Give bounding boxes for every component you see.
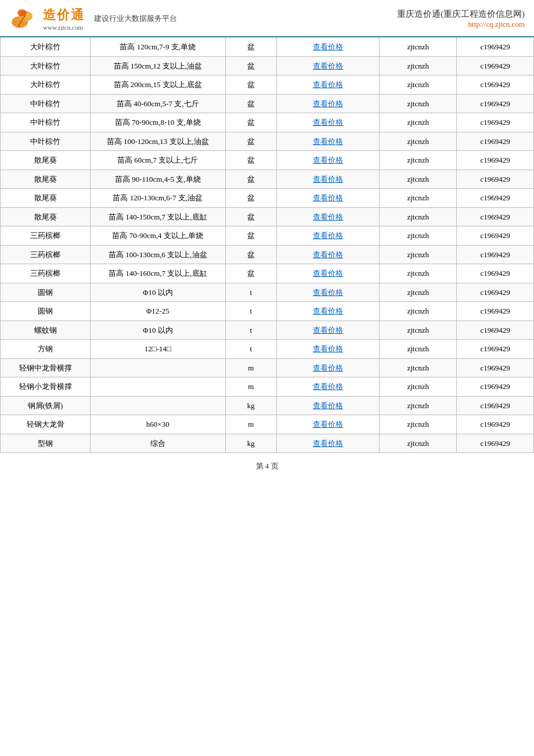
logo-section: 造价通 www.zjtcn.com 建设行业大数据服务平台 (9, 5, 177, 33)
item-user: zjtcnzh (380, 226, 457, 246)
item-user: zjtcnzh (380, 302, 457, 321)
item-unit: kg (225, 396, 277, 415)
item-price-link[interactable]: 查看价格 (277, 245, 380, 264)
table-row: 中叶棕竹苗高 70-90cm,8-10 支,单烧盆查看价格zjtcnzhc196… (1, 113, 534, 132)
item-price-link[interactable]: 查看价格 (277, 321, 380, 340)
item-price-link[interactable]: 查看价格 (277, 226, 380, 246)
item-price-link[interactable]: 查看价格 (277, 151, 380, 170)
item-spec: 12□-14□ (91, 340, 226, 359)
item-name: 圆钢 (1, 302, 91, 321)
table-row: 轻钢小龙骨横撑m查看价格zjtcnzhc1969429 (1, 377, 534, 397)
item-name: 中叶棕竹 (1, 132, 91, 151)
item-price-link[interactable]: 查看价格 (277, 415, 380, 434)
item-price-link[interactable]: 查看价格 (277, 94, 380, 113)
item-user: zjtcnzh (380, 189, 457, 208)
item-user: zjtcnzh (380, 170, 457, 189)
item-name: 散尾葵 (1, 170, 91, 189)
site-name: 重庆造价通(重庆工程造价信息网) (397, 9, 525, 20)
item-spec: 苗高 40-60cm,5-7 支,七斤 (91, 94, 226, 113)
item-user: zjtcnzh (380, 94, 457, 113)
item-unit: 盆 (225, 113, 277, 132)
item-user: zjtcnzh (380, 396, 457, 415)
item-id: c1969429 (457, 94, 534, 113)
item-id: c1969429 (457, 340, 534, 359)
table-row: 散尾葵苗高 140-150cm,7 支以上,底缸盆查看价格zjtcnzhc196… (1, 207, 534, 226)
item-unit: m (225, 358, 277, 377)
item-name: 轻钢中龙骨横撑 (1, 358, 91, 377)
item-spec: 苗高 100-130cm,6 支以上,油盆 (91, 245, 226, 264)
item-user: zjtcnzh (380, 415, 457, 434)
item-user: zjtcnzh (380, 434, 457, 453)
item-name: 钢屑(铁屑) (1, 396, 91, 415)
item-spec (91, 358, 226, 377)
item-price-link[interactable]: 查看价格 (277, 283, 380, 302)
item-price-link[interactable]: 查看价格 (277, 38, 380, 57)
item-price-link[interactable]: 查看价格 (277, 434, 380, 453)
item-name: 散尾葵 (1, 207, 91, 226)
item-user: zjtcnzh (380, 321, 457, 340)
table-row: 轻钢大龙骨h60×30m查看价格zjtcnzhc1969429 (1, 415, 534, 434)
table-row: 型钢综合kg查看价格zjtcnzhc1969429 (1, 434, 534, 453)
item-id: c1969429 (457, 302, 534, 321)
table-row: 螺蚊钢Φ10 以内t查看价格zjtcnzhc1969429 (1, 321, 534, 340)
item-spec: 苗高 70-90cm,4 支以上,单烧 (91, 226, 226, 246)
item-spec: 苗高 140-160cm,7 支以上,底缸 (91, 264, 226, 283)
item-spec: Φ10 以内 (91, 283, 226, 302)
item-user: zjtcnzh (380, 38, 457, 57)
table-row: 钢屑(铁屑)kg查看价格zjtcnzhc1969429 (1, 396, 534, 415)
item-name: 轻钢小龙骨横撑 (1, 377, 91, 397)
item-id: c1969429 (457, 358, 534, 377)
item-name: 中叶棕竹 (1, 113, 91, 132)
logo-url: www.zjtcn.com (43, 24, 85, 31)
item-unit: 盆 (225, 170, 277, 189)
table-row: 散尾葵苗高 60cm,7 支以上,七斤盆查看价格zjtcnzhc1969429 (1, 151, 534, 170)
item-name: 中叶棕竹 (1, 94, 91, 113)
item-spec: 苗高 140-150cm,7 支以上,底缸 (91, 207, 226, 226)
item-price-link[interactable]: 查看价格 (277, 207, 380, 226)
price-table: 大叶棕竹苗高 120cm,7-9 支,单烧盆查看价格zjtcnzhc196942… (0, 37, 534, 453)
table-row: 散尾葵苗高 90-110cm,4-5 支,单烧盆查看价格zjtcnzhc1969… (1, 170, 534, 189)
item-id: c1969429 (457, 56, 534, 75)
logo-text: 造价通 www.zjtcn.com (43, 6, 85, 31)
item-spec: 苗高 200cm,15 支以上,底盆 (91, 75, 226, 95)
item-unit: 盆 (225, 75, 277, 95)
item-name: 三药槟榔 (1, 245, 91, 264)
table-row: 中叶棕竹苗高 40-60cm,5-7 支,七斤盆查看价格zjtcnzhc1969… (1, 94, 534, 113)
item-price-link[interactable]: 查看价格 (277, 170, 380, 189)
item-spec: 苗高 60cm,7 支以上,七斤 (91, 151, 226, 170)
item-user: zjtcnzh (380, 358, 457, 377)
item-name: 螺蚊钢 (1, 321, 91, 340)
item-price-link[interactable]: 查看价格 (277, 56, 380, 75)
site-url: http://cq.zjtcn.com (397, 20, 525, 29)
item-name: 散尾葵 (1, 151, 91, 170)
item-price-link[interactable]: 查看价格 (277, 340, 380, 359)
item-price-link[interactable]: 查看价格 (277, 358, 380, 377)
item-id: c1969429 (457, 75, 534, 95)
item-spec: 综合 (91, 434, 226, 453)
item-unit: 盆 (225, 38, 277, 57)
item-unit: 盆 (225, 56, 277, 75)
item-user: zjtcnzh (380, 340, 457, 359)
item-spec: 苗高 150cm,12 支以上,油盆 (91, 56, 226, 75)
item-price-link[interactable]: 查看价格 (277, 75, 380, 95)
item-unit: t (225, 340, 277, 359)
item-price-link[interactable]: 查看价格 (277, 132, 380, 151)
item-price-link[interactable]: 查看价格 (277, 302, 380, 321)
item-price-link[interactable]: 查看价格 (277, 264, 380, 283)
item-id: c1969429 (457, 321, 534, 340)
item-price-link[interactable]: 查看价格 (277, 396, 380, 415)
item-user: zjtcnzh (380, 151, 457, 170)
item-unit: 盆 (225, 189, 277, 208)
table-row: 圆钢Φ10 以内t查看价格zjtcnzhc1969429 (1, 283, 534, 302)
item-price-link[interactable]: 查看价格 (277, 189, 380, 208)
item-price-link[interactable]: 查看价格 (277, 113, 380, 132)
table-row: 中叶棕竹苗高 100-120cm,13 支以上,油盆盆查看价格zjtcnzhc1… (1, 132, 534, 151)
item-price-link[interactable]: 查看价格 (277, 377, 380, 397)
page-number: 第 4 页 (256, 462, 279, 470)
item-id: c1969429 (457, 434, 534, 453)
item-spec: Φ12-25 (91, 302, 226, 321)
item-unit: 盆 (225, 151, 277, 170)
item-spec: 苗高 120-130cm,6-7 支,油盆 (91, 189, 226, 208)
item-id: c1969429 (457, 132, 534, 151)
item-name: 方钢 (1, 340, 91, 359)
